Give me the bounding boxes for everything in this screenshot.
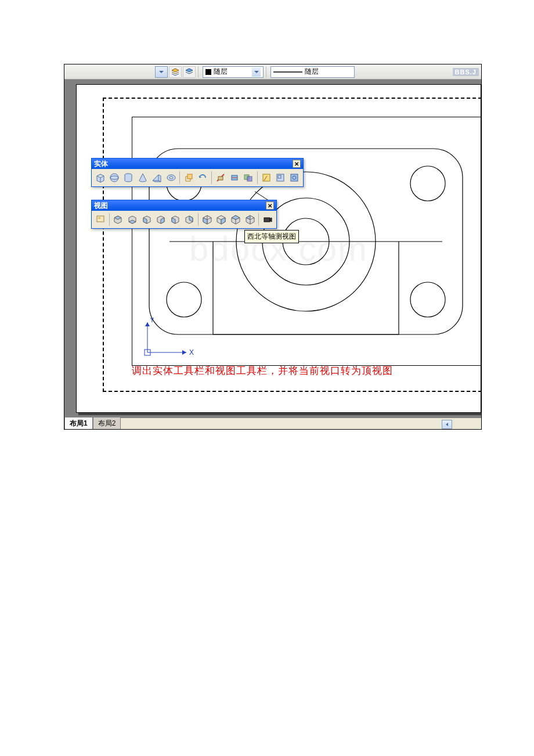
setup-view-icon[interactable] (274, 171, 286, 185)
svg-text:Y: Y (150, 318, 154, 324)
cylinder-icon[interactable] (122, 171, 135, 185)
torus-icon[interactable] (165, 171, 177, 185)
slice-icon[interactable] (214, 171, 226, 185)
box-icon[interactable] (94, 171, 106, 185)
svg-rect-26 (218, 177, 223, 180)
nw-iso-icon[interactable] (244, 213, 257, 226)
tooltip: 西北等轴测视图 (244, 230, 299, 243)
layer-combo[interactable]: 随层 (203, 66, 264, 78)
sw-iso-icon[interactable] (201, 213, 214, 226)
bbs-watermark: BBS.J (453, 68, 479, 76)
properties-toolbar: 随层 随层 BBS.J (64, 64, 481, 80)
svg-point-4 (167, 282, 201, 317)
named-views-icon[interactable] (94, 213, 107, 226)
revolve-icon[interactable] (197, 171, 209, 185)
svg-rect-30 (247, 177, 252, 181)
sphere-icon[interactable] (108, 171, 120, 185)
layer-combo-text: 随层 (214, 67, 228, 77)
cone-icon[interactable] (136, 171, 149, 185)
svg-rect-31 (263, 174, 270, 181)
svg-text:X: X (189, 348, 194, 357)
front-view-icon[interactable] (169, 213, 182, 226)
se-iso-icon[interactable] (215, 213, 228, 226)
setup-profile-icon[interactable] (288, 171, 301, 185)
solids-toolbar-title[interactable]: 实体 ✕ (92, 159, 303, 169)
wedge-icon[interactable] (151, 171, 163, 185)
linetype-combo-text: 随层 (305, 67, 319, 77)
paper-space[interactable]: bdocx.com X (76, 84, 481, 413)
close-icon[interactable]: ✕ (293, 160, 301, 168)
top-view-icon[interactable] (112, 213, 125, 226)
line-preview-icon (273, 71, 302, 73)
solids-toolbar[interactable]: 实体 ✕ (91, 158, 304, 187)
layer-stack-icon[interactable] (169, 66, 182, 78)
scroll-left-button[interactable] (442, 420, 452, 429)
svg-point-3 (410, 166, 445, 201)
svg-rect-34 (291, 174, 298, 181)
color-dropdown-button[interactable] (155, 66, 168, 78)
dropdown-arrow-icon[interactable] (252, 67, 261, 77)
layout-tabs: 布局1 布局2 (64, 417, 481, 429)
section-icon[interactable] (228, 171, 240, 185)
workspace: bdocx.com X (64, 80, 481, 417)
svg-rect-25 (187, 174, 192, 179)
svg-point-5 (410, 282, 445, 317)
tab-layout1[interactable]: 布局1 (64, 417, 93, 430)
right-view-icon[interactable] (154, 213, 167, 226)
instruction-annotation: 调出实体工具栏和视图工具栏，并将当前视口转为顶视图 (132, 364, 393, 377)
back-view-icon[interactable] (183, 213, 196, 226)
app-window: 随层 随层 BBS.J bdocx.com (64, 64, 482, 430)
svg-point-23 (169, 177, 173, 179)
interfere-icon[interactable] (243, 171, 255, 185)
ne-iso-icon[interactable] (229, 213, 242, 226)
camera-icon[interactable] (261, 213, 274, 226)
svg-rect-38 (264, 218, 270, 222)
bottom-view-icon[interactable] (126, 213, 139, 226)
extrude-icon[interactable] (182, 171, 194, 185)
close-icon[interactable]: ✕ (266, 201, 274, 210)
svg-point-19 (110, 174, 118, 182)
tab-layout2[interactable]: 布局2 (93, 417, 121, 430)
ucs-icon: X Y (143, 318, 195, 361)
setup-drawing-icon[interactable] (260, 171, 272, 185)
left-view-icon[interactable] (140, 213, 153, 226)
views-toolbar-title[interactable]: 视图 ✕ (92, 200, 276, 211)
linetype-combo[interactable]: 随层 (270, 66, 355, 78)
views-toolbar[interactable]: 视图 ✕ (91, 200, 277, 229)
color-swatch-icon (205, 69, 211, 75)
svg-rect-37 (98, 217, 100, 219)
layer-properties-icon[interactable] (183, 66, 196, 78)
